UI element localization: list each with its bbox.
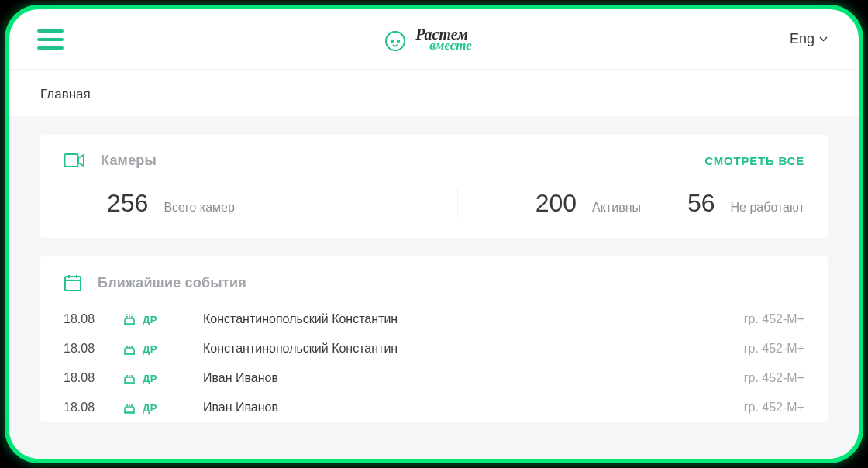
event-type: ДР <box>122 371 203 385</box>
event-row[interactable]: 18.08 ДР Иван Иванов гр. 452-М+ <box>40 363 828 393</box>
language-label: Eng <box>790 31 815 47</box>
event-group: гр. 452-М+ <box>744 371 804 385</box>
cameras-card-head: Камеры СМОТРЕТЬ ВСЕ <box>40 135 828 180</box>
event-type-label: ДР <box>143 402 157 414</box>
breadcrumb: Главная <box>9 70 859 116</box>
stat-active-label: Активны <box>592 201 641 215</box>
event-date: 18.08 <box>64 401 122 415</box>
event-name: Иван Иванов <box>203 401 744 415</box>
svg-point-2 <box>398 40 399 41</box>
event-date: 18.08 <box>64 342 122 356</box>
see-all-link[interactable]: СМОТРЕТЬ ВСЕ <box>704 154 804 167</box>
event-type: ДР <box>122 342 203 356</box>
event-group: гр. 452-М+ <box>744 401 804 415</box>
event-row[interactable]: 18.08 ДР Константинопольский Константин … <box>40 305 828 334</box>
logo[interactable]: Растем вместе <box>381 26 472 53</box>
svg-rect-3 <box>65 154 78 167</box>
breadcrumb-item[interactable]: Главная <box>40 87 91 102</box>
cake-icon <box>122 342 136 356</box>
event-row[interactable]: 18.08 ДР Константинопольский Константин … <box>40 334 828 363</box>
events-card-head: Ближайшие события <box>40 256 828 305</box>
event-group: гр. 452-М+ <box>744 342 804 356</box>
event-date: 18.08 <box>64 371 122 385</box>
stat-total: 256 Всего камер <box>64 189 458 218</box>
camera-icon <box>64 152 85 169</box>
events-title: Ближайшие события <box>98 275 246 291</box>
svg-point-1 <box>391 40 393 41</box>
cake-icon <box>122 312 136 326</box>
app-screen: Растем вместе Eng Главная <box>9 9 859 459</box>
event-name: Иван Иванов <box>203 371 744 385</box>
events-card: Ближайшие события 18.08 ДР Константинопо… <box>40 256 828 422</box>
stat-broken-label: Не работают <box>731 201 804 215</box>
language-selector[interactable]: Eng <box>790 31 828 47</box>
calendar-icon <box>64 274 82 292</box>
chevron-down-icon <box>819 36 828 42</box>
stat-total-value: 256 <box>107 189 148 218</box>
event-group: гр. 452-М+ <box>744 312 804 326</box>
event-type: ДР <box>122 312 203 326</box>
logo-text: Растем вместе <box>415 27 472 51</box>
event-name: Константинопольский Константин <box>203 342 744 356</box>
svg-rect-4 <box>65 277 81 291</box>
logo-icon <box>381 26 409 53</box>
event-list: 18.08 ДР Константинопольский Константин … <box>40 305 828 422</box>
stat-active: 200 Активны <box>458 189 687 218</box>
event-row[interactable]: 18.08 ДР Иван Иванов гр. 452-М+ <box>40 393 828 422</box>
stat-active-value: 200 <box>536 189 577 218</box>
cameras-title: Камеры <box>101 153 157 169</box>
cake-icon <box>122 401 136 415</box>
menu-button[interactable] <box>37 29 64 50</box>
event-type-label: ДР <box>143 314 157 325</box>
cake-icon <box>122 371 136 385</box>
stat-broken-value: 56 <box>687 189 715 218</box>
event-date: 18.08 <box>64 312 122 326</box>
event-type: ДР <box>122 401 203 415</box>
cameras-card: Камеры СМОТРЕТЬ ВСЕ 256 Всего камер 200 … <box>40 135 828 238</box>
camera-stats: 256 Всего камер 200 Активны 56 Не работа… <box>40 180 828 238</box>
event-type-label: ДР <box>143 373 157 384</box>
event-type-label: ДР <box>143 343 157 355</box>
cameras-title-group: Камеры <box>64 152 157 169</box>
header: Растем вместе Eng <box>9 9 859 70</box>
event-name: Константинопольский Константин <box>203 312 744 326</box>
stat-broken: 56 Не работают <box>687 189 804 218</box>
stat-total-label: Всего камер <box>164 201 234 215</box>
device-frame: Растем вместе Eng Главная <box>5 5 863 463</box>
content: Камеры СМОТРЕТЬ ВСЕ 256 Всего камер 200 … <box>9 116 859 459</box>
